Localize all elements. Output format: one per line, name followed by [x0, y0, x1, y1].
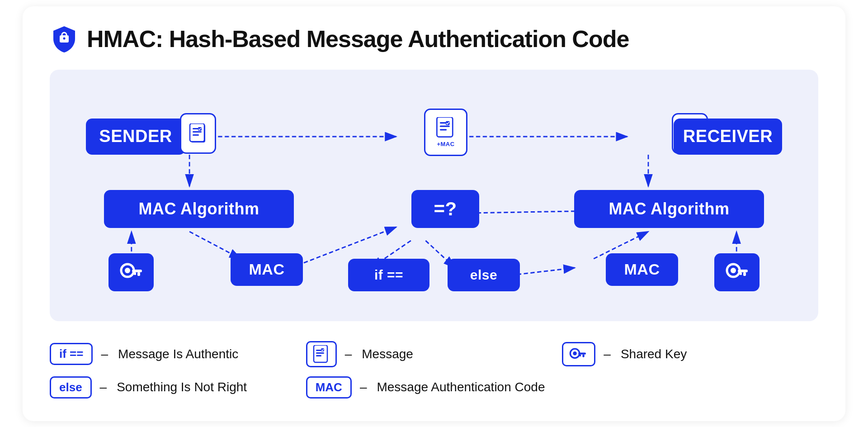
- svg-rect-43: [740, 272, 742, 275]
- svg-rect-38: [134, 272, 136, 275]
- message-icon-left: [180, 113, 216, 154]
- svg-rect-52: [583, 354, 585, 357]
- key-right-icon: [725, 262, 749, 282]
- svg-rect-21: [193, 131, 202, 133]
- legend-item-mac: MAC – Message Authentication Code: [306, 376, 562, 399]
- legend-item-else: else – Something Is Not Right: [50, 376, 306, 399]
- svg-rect-27: [440, 129, 447, 130]
- else-box: else: [448, 259, 520, 291]
- legend-item-if-eq: if == – Message Is Authentic: [50, 341, 306, 367]
- svg-point-50: [573, 351, 577, 355]
- doc-icon-left: [189, 123, 207, 143]
- key-left-box: [108, 253, 154, 291]
- mac-right-box: MAC: [606, 253, 678, 286]
- receiver-box: RECEIVER: [674, 119, 782, 155]
- mac-plus-label: +MAC: [437, 141, 454, 147]
- legend-item-shared-key: – Shared Key: [562, 341, 818, 367]
- mac-algo-left-box: MAC Algorithm: [104, 190, 294, 228]
- legend-mac-box: MAC: [306, 376, 352, 399]
- legend-message-desc: Message: [362, 347, 413, 361]
- equals-box: =?: [411, 190, 479, 228]
- svg-point-40: [731, 268, 736, 273]
- diagram-inner: SENDER: [77, 91, 791, 299]
- legend: if == – Message Is Authentic – Message: [50, 341, 818, 399]
- diagram-area: SENDER: [50, 70, 818, 321]
- legend-message-box: [306, 341, 337, 367]
- main-card: HMAC: Hash-Based Message Authentication …: [23, 6, 845, 421]
- svg-rect-47: [316, 355, 321, 356]
- svg-rect-22: [193, 134, 199, 136]
- legend-doc-icon: [313, 345, 330, 363]
- legend-if-eq-box: if ==: [50, 343, 93, 365]
- title-row: HMAC: Hash-Based Message Authentication …: [50, 24, 818, 53]
- svg-rect-42: [743, 272, 746, 276]
- svg-rect-51: [578, 352, 586, 354]
- svg-rect-37: [137, 272, 140, 276]
- legend-key-box: [562, 342, 595, 366]
- svg-rect-53: [580, 354, 581, 356]
- svg-rect-41: [738, 270, 748, 272]
- message-mac-icon-center: +MAC: [424, 109, 467, 156]
- if-eq-box: if ==: [348, 259, 429, 291]
- page-title: HMAC: Hash-Based Message Authentication …: [87, 25, 629, 52]
- svg-rect-46: [316, 352, 324, 354]
- legend-key-icon: [569, 346, 589, 362]
- svg-point-35: [125, 268, 130, 273]
- sender-box: SENDER: [86, 119, 185, 155]
- key-right-box: [714, 253, 760, 291]
- legend-else-box: else: [50, 376, 92, 399]
- svg-rect-36: [132, 270, 142, 272]
- svg-point-2: [63, 37, 66, 39]
- svg-rect-26: [440, 125, 450, 127]
- shield-lock-icon: [50, 24, 79, 53]
- legend-if-eq-desc: Message Is Authentic: [118, 347, 238, 361]
- mac-left-box: MAC: [231, 253, 303, 286]
- legend-item-message: – Message: [306, 341, 562, 367]
- legend-shared-key-desc: Shared Key: [621, 347, 687, 361]
- doc-mac-icon: [436, 117, 456, 139]
- mac-algo-right-box: MAC Algorithm: [574, 190, 764, 228]
- key-left-icon: [119, 262, 143, 282]
- legend-mac-desc: Message Authentication Code: [377, 380, 545, 394]
- legend-else-desc: Something Is Not Right: [117, 380, 247, 394]
